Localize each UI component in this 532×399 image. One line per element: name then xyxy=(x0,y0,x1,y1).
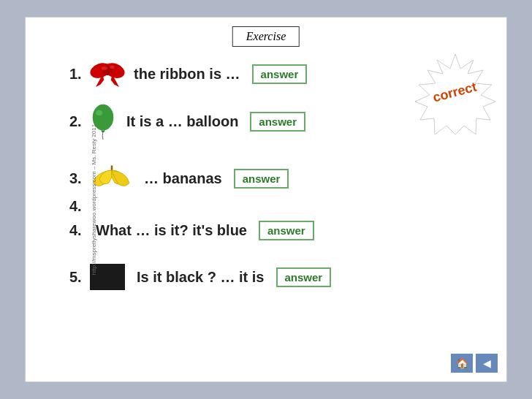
q-text-3: … bananas xyxy=(144,170,222,187)
exercise-title: Exercise xyxy=(232,26,300,47)
q-number-4: 4. xyxy=(69,222,90,239)
left-watermark: http://msprettysharewoo.wordpress.com – … xyxy=(91,124,97,275)
answer-btn-2[interactable]: answer xyxy=(250,112,305,132)
spacer-2 xyxy=(69,254,492,264)
home-button[interactable]: 🏠 xyxy=(451,354,473,373)
answer-btn-4[interactable]: answer xyxy=(259,221,314,240)
q-text-5: Is it black ? … it is xyxy=(137,269,265,286)
svg-point-8 xyxy=(96,110,102,115)
question-row-4-empty: 4. xyxy=(69,198,492,215)
ribbon-image xyxy=(90,58,125,90)
q-text-1: the ribbon is … xyxy=(134,66,240,83)
question-row-1: 1. the ribbon is … ans xyxy=(69,58,492,90)
q-text-4: What … is it? it's blue xyxy=(96,222,247,239)
q-number-5: 5. xyxy=(69,269,90,286)
main-container: Exercise correct 1. xyxy=(25,17,507,382)
svg-point-6 xyxy=(110,65,114,69)
question-row-4: 4. What … is it? it's blue answer xyxy=(69,221,492,240)
q-number-3: 3. xyxy=(69,170,90,187)
answer-btn-5[interactable]: answer xyxy=(276,267,332,287)
question-row-2: 2. It is a … balloon answer xyxy=(69,103,492,140)
q-text-2: It is a … balloon xyxy=(126,113,238,130)
back-button[interactable]: ◀ xyxy=(476,354,498,373)
nav-buttons: 🏠 ◀ xyxy=(451,354,498,373)
q-number-1: 1. xyxy=(69,66,90,83)
content-area: 1. the ribbon is … ans xyxy=(69,58,492,345)
question-row-3: 3. … bananas answer xyxy=(69,163,492,194)
svg-point-5 xyxy=(102,66,107,70)
answer-btn-3[interactable]: answer xyxy=(234,169,289,189)
question-row-5: 5. Is it black ? … it is answer xyxy=(69,264,492,290)
answer-btn-1[interactable]: answer xyxy=(252,64,308,84)
spacer-1 xyxy=(69,153,492,163)
q-number-2: 2. xyxy=(69,113,90,130)
q-number-4-empty: 4. xyxy=(69,198,90,215)
